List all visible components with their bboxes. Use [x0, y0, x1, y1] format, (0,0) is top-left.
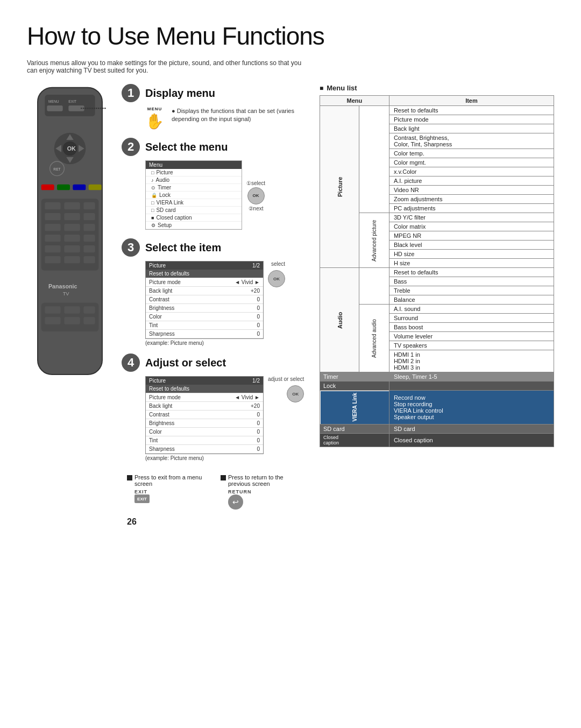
- exit-key-label: EXIT: [134, 489, 210, 494]
- svg-rect-28: [83, 224, 95, 231]
- menu-item-setup: ⚙ Setup: [146, 222, 242, 229]
- step-2-header: 2 Select the menu: [122, 138, 307, 156]
- menu-screenshot-step2: Menu □ Picture ♪ Audio ⊙ Timer 🔒 Lock □ …: [145, 160, 242, 230]
- ok-circle-step3[interactable]: OK: [268, 270, 285, 287]
- picture-item-zoom: Zoom adjustments: [389, 195, 554, 204]
- svg-rect-4: [47, 105, 62, 111]
- press-exit-label: Press to exit from a menu screen: [127, 474, 210, 487]
- picture-main-sub: [359, 106, 389, 213]
- timer-row: Timer Sleep, Timer 1-5: [320, 372, 554, 381]
- step-1-content: MENU ✋ Displays the functions that can b…: [145, 107, 307, 130]
- pic-row-sharpness-step3: Sharpness0: [146, 330, 263, 338]
- audio-item-volumeleveler: Volume leveler: [389, 332, 554, 341]
- step-3-title: Select the item: [145, 242, 221, 254]
- pic-page-label: 1/2: [252, 263, 260, 268]
- step-3-number: 3: [122, 238, 140, 257]
- svg-rect-30: [64, 235, 80, 242]
- audio-category: Audio: [320, 268, 359, 372]
- step-4-content: Picture 1/2 Reset to defaults Picture mo…: [145, 376, 307, 461]
- picture-item-hsize: H size: [389, 259, 554, 268]
- picture-item-aipicture: A.I. picture: [389, 176, 554, 186]
- svg-rect-26: [45, 224, 60, 231]
- picture-item-mode: Picture mode: [389, 115, 554, 124]
- pic-title-label: Picture: [149, 263, 166, 268]
- remote-control: MENU EXIT OK: [27, 84, 113, 527]
- menu-item-lock: 🔒 Lock: [146, 192, 242, 199]
- menu-list-header: Menu list: [320, 84, 554, 92]
- picture-screenshot-step3: Picture 1/2 Reset to defaults Picture mo…: [145, 261, 264, 339]
- svg-rect-17: [73, 185, 86, 190]
- pic-row-brightness-step4: Brightness0: [146, 419, 263, 428]
- ok-circle-step4[interactable]: OK: [287, 385, 304, 402]
- advanced-picture-sub: Advanced picture: [359, 213, 389, 268]
- picture-item-cbcts: Contrast, Brightness,Color, Tint, Sharpn…: [389, 133, 554, 149]
- step-3-right: select OK: [268, 261, 285, 287]
- menu-item-audio: ♪ Audio: [146, 176, 242, 184]
- svg-rect-16: [57, 185, 70, 190]
- caption-row: Closedcaption Closed caption: [320, 433, 554, 447]
- press-return-text: Press to return to the previous screen: [228, 474, 307, 487]
- audio-main-sub: [359, 268, 389, 305]
- svg-rect-43: [83, 306, 95, 313]
- audio-item-tvspeakers: TV speakers: [389, 341, 554, 350]
- svg-rect-44: [45, 317, 60, 324]
- timer-item: Sleep, Timer 1-5: [389, 372, 554, 381]
- svg-rect-21: [64, 202, 80, 209]
- audio-item-bass: Bass: [389, 277, 554, 286]
- pic-row-color-step3: Color0: [146, 313, 263, 321]
- pic-row-mode-step3: Picture mode◄ Vivid ►: [146, 278, 263, 287]
- exit-button[interactable]: EXIT: [134, 494, 150, 503]
- pic-title-row-step3: Picture 1/2: [146, 261, 263, 270]
- press-exit-item: Press to exit from a menu screen EXIT EX…: [127, 474, 210, 510]
- svg-rect-15: [41, 185, 54, 190]
- svg-rect-37: [83, 256, 95, 263]
- step-1: 1 Display menu MENU ✋ Displays the funct: [122, 84, 307, 130]
- step-3-header: 3 Select the item: [122, 238, 307, 257]
- page-container: How to Use Menu Functions Various menus …: [0, 0, 581, 728]
- sdcard-item: SD card: [389, 424, 554, 433]
- viera-row: VIERA Link Record nowStop recordingVIERA…: [320, 391, 554, 425]
- viera-category: VIERA Link: [320, 391, 389, 425]
- bullet-square-exit: [127, 475, 132, 480]
- menu-item-timer: ⊙ Timer: [146, 184, 242, 192]
- audio-item-bassboost: Bass boost: [389, 323, 554, 332]
- svg-rect-41: [45, 306, 60, 313]
- menu-item-viera: □ VIERA Link: [146, 199, 242, 207]
- ok-button-step2: ①select OK ②next: [246, 180, 265, 211]
- step-2: 2 Select the menu Menu □ Picture ♪ Audio…: [122, 138, 307, 231]
- page-title: How to Use Menu Functions: [27, 22, 554, 51]
- svg-rect-35: [45, 256, 60, 263]
- svg-rect-32: [45, 245, 60, 252]
- step-2-number: 2: [122, 138, 140, 156]
- advanced-audio-sub: Advanced audio: [359, 305, 389, 372]
- sdcard-row: SD card SD card: [320, 424, 554, 433]
- lock-row: Lock: [320, 381, 554, 391]
- picture-item-mpegnr: MPEG NR: [389, 231, 554, 241]
- right-column: Menu list Menu Item Picture Reset to def…: [320, 84, 554, 706]
- pic-row-color-step4: Color0: [146, 428, 263, 436]
- picture-item-xvcolor: x.v.Color: [389, 167, 554, 176]
- step-4-body: Picture 1/2 Reset to defaults Picture mo…: [122, 376, 307, 461]
- press-section: Press to exit from a menu screen EXIT EX…: [122, 474, 307, 510]
- picture-item-videonr: Video NR: [389, 186, 554, 195]
- svg-text:OK: OK: [67, 145, 76, 152]
- pic-row-mode-step4: Picture mode◄ Vivid ►: [146, 393, 263, 402]
- ok-circle-step2[interactable]: OK: [247, 187, 265, 204]
- press-return-item: Press to return to the previous screen R…: [221, 474, 307, 510]
- svg-rect-24: [64, 213, 80, 220]
- timer-category: Timer: [320, 372, 389, 381]
- return-button[interactable]: ↩: [228, 494, 243, 510]
- pic-row-contrast-step3: Contrast0: [146, 295, 263, 304]
- pic-row-reset-step4: Reset to defaults: [146, 385, 263, 393]
- step-3: 3 Select the item Picture 1/2: [122, 238, 307, 346]
- caption-category: Closedcaption: [320, 433, 389, 447]
- menu-item-sdcard: □ SD card: [146, 207, 242, 214]
- pic-row-sharpness-step4: Sharpness0: [146, 445, 263, 454]
- picture-item-colormgmt: Color mgmt.: [389, 158, 554, 167]
- pic-row-reset-step3: Reset to defaults: [146, 270, 263, 278]
- step-3-body: Picture 1/2 Reset to defaults Picture mo…: [122, 261, 307, 346]
- audio-item-aisound: A.I. sound: [389, 305, 554, 314]
- pic-row-brightness-step3: Brightness0: [146, 304, 263, 313]
- svg-rect-34: [83, 245, 95, 252]
- pic-title-label-step4: Picture: [149, 378, 166, 384]
